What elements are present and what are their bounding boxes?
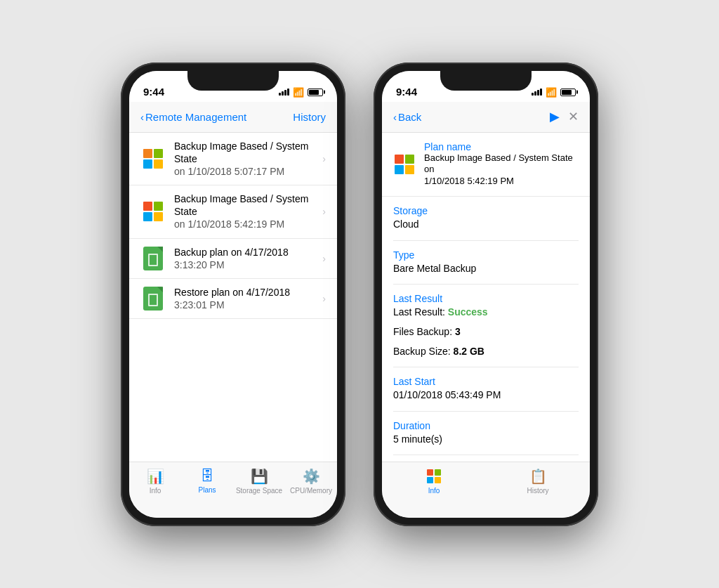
list-item[interactable]: Backup plan on 4/17/2018 3:13:20 PM › bbox=[129, 239, 337, 279]
plan-list: Backup Image Based / System State on 1/1… bbox=[129, 133, 337, 462]
plan-header-text: Plan name Backup Image Based / System St… bbox=[424, 141, 579, 188]
chevron-icon-1: › bbox=[322, 153, 326, 164]
item-title-4: Restore plan on 4/17/2018 bbox=[174, 286, 317, 299]
last-result-label: Last Result bbox=[393, 293, 579, 304]
tab-bar-2: Info 📋 History bbox=[382, 462, 590, 518]
list-item[interactable]: Backup Image Based / System State on 1/1… bbox=[129, 133, 337, 186]
item-subtitle-3: 3:13:20 PM bbox=[174, 259, 317, 271]
plan-name-value: Backup Image Based / System State on 1/1… bbox=[424, 152, 579, 188]
tab-info-2[interactable]: Info bbox=[406, 468, 462, 495]
duration-value: 5 minute(s) bbox=[393, 433, 579, 447]
backup-size-value: Backup Size: 8.2 GB bbox=[393, 345, 579, 359]
last-start-value: 01/10/2018 05:43:49 PM bbox=[393, 388, 579, 403]
item-icon-4 bbox=[140, 286, 166, 311]
last-result-section: Last Result Last Result: Success Files B… bbox=[382, 285, 590, 367]
item-subtitle-4: 3:23:01 PM bbox=[174, 299, 317, 311]
tab-plans-label: Plans bbox=[198, 486, 216, 494]
tab-storage[interactable]: 💾 Storage Space bbox=[233, 468, 285, 495]
storage-value: Cloud bbox=[393, 218, 579, 232]
last-start-label: Last Start bbox=[393, 376, 579, 387]
storage-label: Storage bbox=[393, 205, 579, 216]
item-icon-1 bbox=[140, 146, 166, 171]
status-time-1: 9:44 bbox=[143, 86, 164, 98]
notch-2 bbox=[440, 71, 532, 91]
list-item[interactable]: Backup Image Based / System State on 1/1… bbox=[129, 185, 337, 239]
info-tab-icon-2 bbox=[426, 468, 442, 485]
status-icons-2: 📶 bbox=[532, 87, 576, 98]
tab-cpu-label: CPU/Memory bbox=[290, 487, 332, 495]
back-button-2[interactable]: ‹ Back bbox=[393, 111, 421, 123]
plan-icon bbox=[393, 153, 416, 176]
back-button-1[interactable]: ‹ Remote Management bbox=[140, 111, 246, 123]
tab-info-label-2: Info bbox=[428, 487, 440, 495]
history-tab-icon-2: 📋 bbox=[529, 468, 547, 485]
type-value: Bare Metal Backup bbox=[393, 262, 579, 276]
chevron-icon-3: › bbox=[322, 253, 326, 264]
last-result-value: Last Result: Success bbox=[393, 306, 579, 320]
tab-history-2[interactable]: 📋 History bbox=[510, 468, 566, 495]
tab-info[interactable]: 📊 Info bbox=[129, 468, 181, 495]
notch-1 bbox=[187, 71, 279, 91]
status-icons-1: 📶 bbox=[279, 87, 323, 98]
tab-plans[interactable]: 🗄 Plans bbox=[181, 468, 233, 494]
phone-2: 9:44 📶 ‹ Back ▶ ✕ bbox=[374, 63, 598, 526]
type-section: Type Bare Metal Backup bbox=[382, 241, 590, 285]
chevron-icon-2: › bbox=[322, 206, 326, 217]
signal-icon-1 bbox=[279, 89, 289, 96]
wifi-icon-2: 📶 bbox=[546, 87, 557, 98]
item-icon-3 bbox=[140, 246, 166, 271]
play-button[interactable]: ▶ bbox=[550, 109, 560, 124]
chevron-left-icon-1: ‹ bbox=[140, 111, 144, 123]
history-button[interactable]: History bbox=[293, 111, 326, 123]
duration-label: Duration bbox=[393, 420, 579, 431]
status-time-2: 9:44 bbox=[396, 86, 417, 98]
chevron-left-icon-2: ‹ bbox=[393, 111, 397, 123]
back-label-1: Remote Management bbox=[145, 111, 246, 123]
files-backup-value: Files Backup: 3 bbox=[393, 325, 579, 339]
last-result-msg-section: Last Result Message Success bbox=[382, 455, 590, 461]
storage-icon: 💾 bbox=[251, 468, 268, 485]
close-button[interactable]: ✕ bbox=[568, 109, 579, 124]
chevron-icon-4: › bbox=[322, 293, 326, 304]
item-text-1: Backup Image Based / System State on 1/1… bbox=[174, 140, 317, 178]
nav-bar-1: ‹ Remote Management History bbox=[129, 102, 337, 133]
tab-cpu[interactable]: ⚙️ CPU/Memory bbox=[285, 468, 337, 495]
type-label: Type bbox=[393, 249, 579, 261]
item-subtitle-2: on 1/10/2018 5:42:19 PM bbox=[174, 218, 317, 230]
storage-section: Storage Cloud bbox=[382, 197, 590, 240]
nav-bar-2: ‹ Back ▶ ✕ bbox=[382, 102, 590, 133]
nav-actions-2: ▶ ✕ bbox=[550, 109, 579, 124]
plan-name-label: Plan name bbox=[424, 141, 579, 152]
item-text-2: Backup Image Based / System State on 1/1… bbox=[174, 192, 317, 231]
item-text-3: Backup plan on 4/17/2018 3:13:20 PM bbox=[174, 246, 317, 271]
last-start-section: Last Start 01/10/2018 05:43:49 PM bbox=[382, 367, 590, 411]
info-icon: 📊 bbox=[147, 468, 164, 485]
item-title-2: Backup Image Based / System State bbox=[174, 192, 317, 218]
item-title-1: Backup Image Based / System State bbox=[174, 140, 317, 165]
signal-icon-2 bbox=[532, 89, 542, 96]
plan-name-line1: Backup Image Based / System State on bbox=[424, 152, 573, 175]
item-title-3: Backup plan on 4/17/2018 bbox=[174, 246, 317, 259]
plan-header: Plan name Backup Image Based / System St… bbox=[382, 133, 590, 197]
detail-content: Plan name Backup Image Based / System St… bbox=[382, 133, 590, 462]
item-text-4: Restore plan on 4/17/2018 3:23:01 PM bbox=[174, 286, 317, 311]
wifi-icon-1: 📶 bbox=[293, 87, 304, 98]
battery-icon-2 bbox=[560, 89, 576, 96]
item-subtitle-1: on 1/10/2018 5:07:17 PM bbox=[174, 165, 317, 178]
item-icon-2 bbox=[140, 199, 166, 224]
tab-bar-1: 📊 Info 🗄 Plans 💾 Storage Space ⚙️ CPU/Me… bbox=[129, 462, 337, 518]
cpu-icon: ⚙️ bbox=[303, 468, 320, 485]
list-item[interactable]: Restore plan on 4/17/2018 3:23:01 PM › bbox=[129, 279, 337, 319]
tab-info-label: Info bbox=[150, 487, 161, 495]
success-badge: Success bbox=[448, 306, 488, 318]
back-label-2: Back bbox=[398, 111, 421, 123]
plan-name-line2: 1/10/2018 5:42:19 PM bbox=[424, 176, 514, 186]
plans-icon: 🗄 bbox=[200, 468, 214, 484]
tab-history-label-2: History bbox=[527, 487, 548, 495]
tab-storage-label: Storage Space bbox=[236, 487, 282, 495]
battery-icon-1 bbox=[308, 89, 323, 96]
phone-1: 9:44 📶 ‹ Remote Management History bbox=[121, 63, 345, 526]
duration-section: Duration 5 minute(s) bbox=[382, 412, 590, 455]
